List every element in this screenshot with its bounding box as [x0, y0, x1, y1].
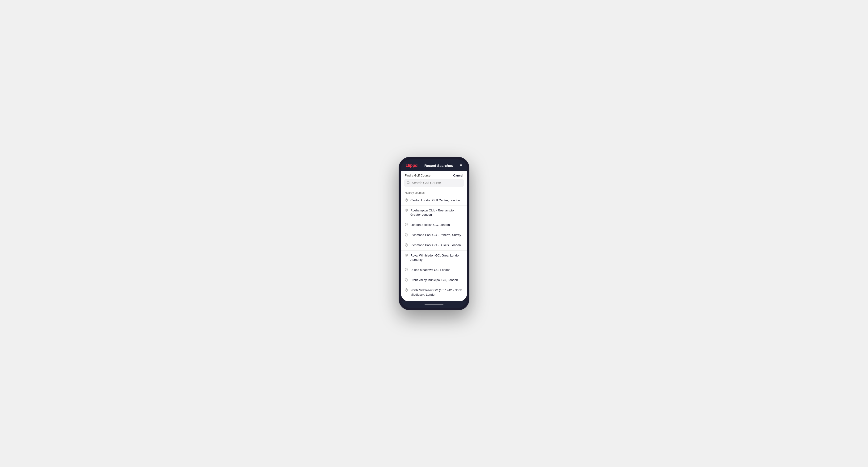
course-list-item[interactable]: Richmond Park GC - Duke's, London: [401, 240, 467, 250]
home-indicator: [425, 304, 443, 305]
svg-point-2: [406, 199, 407, 200]
course-list-item[interactable]: London Scottish GC, London: [401, 220, 467, 230]
course-name: Brent Valley Municipal GC, London: [410, 278, 458, 282]
location-pin-icon: [405, 288, 408, 292]
location-pin-icon: [405, 278, 408, 282]
course-name: Richmond Park GC - Prince's, Surrey: [410, 233, 461, 237]
svg-point-8: [406, 269, 407, 270]
location-pin-icon: [405, 254, 408, 258]
course-name: Dukes Meadows GC, London: [410, 268, 451, 272]
find-label: Find a Golf Course: [405, 174, 430, 177]
svg-point-10: [406, 289, 407, 290]
location-pin-icon: [405, 198, 408, 203]
location-pin-icon: [405, 243, 408, 247]
course-name: Richmond Park GC - Duke's, London: [410, 243, 461, 247]
search-bar: [404, 179, 464, 187]
course-list-item[interactable]: Brent Valley Municipal GC, London: [401, 275, 467, 285]
hamburger-menu-icon[interactable]: ≡: [460, 163, 462, 167]
top-nav-bar: clippd Recent Searches ≡: [401, 159, 467, 171]
svg-point-3: [406, 210, 407, 211]
svg-point-5: [406, 234, 407, 235]
course-name: London Scottish GC, London: [410, 223, 450, 227]
location-pin-icon: [405, 223, 408, 227]
course-name: Roehampton Club - Roehampton, Greater Lo…: [410, 208, 463, 217]
course-list-item[interactable]: Roehampton Club - Roehampton, Greater Lo…: [401, 206, 467, 220]
search-icon: [407, 181, 410, 185]
svg-point-6: [406, 245, 407, 245]
course-list-item[interactable]: Coombe Hill GC, Kingston upon Thames: [401, 300, 467, 301]
app-logo: clippd: [406, 163, 417, 168]
course-list-item[interactable]: Central London Golf Centre, London: [401, 195, 467, 206]
course-list-item[interactable]: Royal Wimbledon GC, Great London Authori…: [401, 251, 467, 265]
search-bar-wrap: [401, 179, 467, 189]
course-name: Central London Golf Centre, London: [410, 198, 460, 203]
location-pin-icon: [405, 233, 408, 237]
course-name: North Middlesex GC (1011942 - North Midd…: [410, 288, 463, 297]
nav-title: Recent Searches: [424, 163, 453, 167]
courses-list: Central London Golf Centre, LondonRoeham…: [401, 195, 467, 301]
svg-point-9: [406, 279, 407, 280]
phone-content: Find a Golf Course Cancel Nearby courses: [401, 171, 467, 301]
course-list-item[interactable]: Richmond Park GC - Prince's, Surrey: [401, 230, 467, 240]
course-name: Royal Wimbledon GC, Great London Authori…: [410, 253, 463, 262]
course-list-item[interactable]: Dukes Meadows GC, London: [401, 265, 467, 275]
cancel-button[interactable]: Cancel: [453, 174, 463, 177]
phone-inner: clippd Recent Searches ≡ Find a Golf Cou…: [401, 159, 467, 308]
location-pin-icon: [405, 209, 408, 213]
svg-point-4: [406, 224, 407, 225]
svg-line-1: [409, 183, 410, 184]
phone-bottom-bar: [401, 301, 467, 308]
svg-point-7: [406, 255, 407, 255]
nearby-section-label: Nearby courses: [401, 189, 467, 195]
course-list-item[interactable]: North Middlesex GC (1011942 - North Midd…: [401, 285, 467, 300]
location-pin-icon: [405, 268, 408, 272]
find-header: Find a Golf Course Cancel: [401, 171, 467, 179]
phone-device: clippd Recent Searches ≡ Find a Golf Cou…: [399, 157, 469, 310]
search-input[interactable]: [412, 181, 461, 185]
